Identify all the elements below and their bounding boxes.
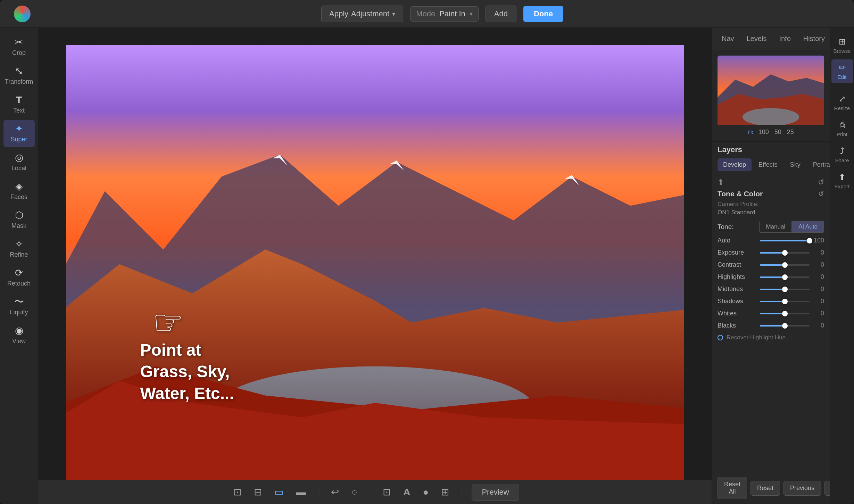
tool-super[interactable]: ✦ Super xyxy=(3,120,35,147)
zoom-fit[interactable]: Fit xyxy=(748,130,753,135)
recover-row: Recover Highlight Hue xyxy=(718,334,824,341)
text-icon: T xyxy=(16,95,22,105)
tone-header: Tone: Manual AI Auto xyxy=(718,221,824,233)
action-bar: Reset All Reset Previous Cancel Done xyxy=(712,472,830,504)
filmstrip-button[interactable]: ⊟ xyxy=(251,484,265,501)
whites-slider[interactable] xyxy=(760,313,810,314)
tool-transform[interactable]: ⤡ Transform xyxy=(3,62,35,90)
zoom-25[interactable]: 25 xyxy=(787,129,794,136)
tool-view[interactable]: ◉ View xyxy=(3,322,35,349)
share-tool[interactable]: ⤴ Share xyxy=(831,143,853,167)
tool-text[interactable]: T Text xyxy=(3,91,35,118)
blacks-thumb[interactable] xyxy=(782,323,788,329)
whites-thumb[interactable] xyxy=(782,311,788,316)
tab-effects[interactable]: Effects xyxy=(753,158,783,171)
previous-button[interactable]: Previous xyxy=(783,481,821,496)
tool-transform-label: Transform xyxy=(5,78,33,85)
highlights-value: 0 xyxy=(814,273,824,281)
undo-button[interactable]: ↩ xyxy=(328,484,342,501)
exposure-row: Exposure 0 xyxy=(718,249,824,256)
midtones-value: 0 xyxy=(814,286,824,293)
shadows-value: 0 xyxy=(814,298,824,305)
reset-layer-icon[interactable]: ↺ xyxy=(818,178,824,187)
tool-crop[interactable]: ✂ Crop xyxy=(3,33,35,61)
local-icon: ◎ xyxy=(15,153,23,163)
separator-line xyxy=(835,87,849,87)
export-layer-icon[interactable]: ⬆ xyxy=(718,178,724,187)
tool-mask[interactable]: ⬡ Mask xyxy=(3,206,35,234)
zoom-50[interactable]: 50 xyxy=(774,129,781,136)
shadows-label: Shadows xyxy=(718,298,756,305)
tool-refine-label: Refine xyxy=(10,251,28,258)
tool-liquify[interactable]: 〜 Liquify xyxy=(3,293,35,320)
browse-tool[interactable]: ⊞ Browse xyxy=(831,33,853,57)
liquify-icon: 〜 xyxy=(14,297,24,307)
selection-button[interactable]: ⊡ xyxy=(380,484,393,501)
far-right-strip: ⊞ Browse ✏ Edit ⤢ Resize ⎙ Print ⤴ Share… xyxy=(830,28,854,504)
layers-title: Layers xyxy=(718,145,824,154)
add-button[interactable]: Add xyxy=(486,6,516,22)
tone-color-reset-button[interactable]: ↺ xyxy=(818,190,824,198)
apply-adjustment-button[interactable]: Apply Adjustment xyxy=(321,6,403,22)
recover-toggle[interactable] xyxy=(718,335,723,340)
view-single-button[interactable]: ▭ xyxy=(272,484,286,501)
preview-button[interactable]: Preview xyxy=(472,484,519,501)
highlights-slider[interactable] xyxy=(760,276,810,278)
tab-info[interactable]: Info xyxy=(773,31,797,46)
blacks-slider[interactable] xyxy=(760,325,810,327)
expand-panel-button[interactable]: ⊡ xyxy=(231,484,244,501)
ai-auto-button[interactable]: AI Auto xyxy=(792,221,824,233)
main-area: ✂ Crop ⤡ Transform T Text ✦ Super ◎ Loca… xyxy=(0,28,854,504)
top-bar-center: Apply Adjustment Mode Paint In ▾ Add Don… xyxy=(44,6,840,22)
transform-icon: ⤡ xyxy=(15,66,23,76)
contrast-slider[interactable] xyxy=(760,264,810,266)
tab-history[interactable]: History xyxy=(797,31,830,46)
tool-refine[interactable]: ✧ Refine xyxy=(3,235,35,263)
auto-label: Auto xyxy=(718,237,756,244)
resize-tool[interactable]: ⤢ Resize xyxy=(831,91,853,115)
shadows-thumb[interactable] xyxy=(782,299,788,304)
circle-tool-button[interactable]: ○ xyxy=(349,484,360,501)
shadows-slider[interactable] xyxy=(760,301,810,302)
exposure-slider[interactable] xyxy=(760,252,810,254)
mask-icon: ⬡ xyxy=(15,210,23,220)
midtones-slider[interactable] xyxy=(760,289,810,290)
mode-label: Mode xyxy=(416,9,435,18)
auto-slider[interactable] xyxy=(760,240,810,241)
tool-faces-label: Faces xyxy=(10,193,27,201)
tone-color-title: Tone & Color ↺ xyxy=(718,190,824,198)
manual-button[interactable]: Manual xyxy=(759,221,792,233)
tab-sky[interactable]: Sky xyxy=(785,158,806,171)
export-tool[interactable]: ⬆ Export xyxy=(831,169,853,193)
cancel-button[interactable]: Cancel xyxy=(824,481,830,496)
tool-faces[interactable]: ◈ Faces xyxy=(3,177,35,205)
auto-fill xyxy=(760,240,810,241)
done-button[interactable]: Done xyxy=(523,6,563,22)
midtones-thumb[interactable] xyxy=(782,287,788,292)
resize-icon: ⤢ xyxy=(839,94,846,104)
shape-button[interactable]: ● xyxy=(420,484,431,501)
reset-button[interactable]: Reset xyxy=(751,481,780,496)
exposure-label: Exposure xyxy=(718,249,756,256)
faces-icon: ◈ xyxy=(15,182,23,191)
tab-portrait[interactable]: Portrait xyxy=(807,158,830,171)
tool-mask-label: Mask xyxy=(11,222,26,230)
section-icons-left: ⬆ xyxy=(718,178,724,187)
print-tool[interactable]: ⎙ Print xyxy=(831,117,853,141)
auto-thumb[interactable] xyxy=(807,238,812,243)
zoom-100[interactable]: 100 xyxy=(758,129,769,136)
highlights-thumb[interactable] xyxy=(782,274,788,280)
separator xyxy=(318,486,318,498)
layers-button[interactable]: ⊞ xyxy=(438,484,452,501)
view-compare-button[interactable]: ▬ xyxy=(293,484,308,501)
tool-retouch[interactable]: ⟳ Retouch xyxy=(3,264,35,291)
exposure-thumb[interactable] xyxy=(782,250,788,256)
text-bottom-button[interactable]: A xyxy=(400,484,413,501)
tab-develop[interactable]: Develop xyxy=(718,158,752,171)
edit-tool[interactable]: ✏ Edit xyxy=(831,59,853,83)
reset-all-button[interactable]: Reset All xyxy=(718,477,747,499)
tab-nav[interactable]: Nav xyxy=(715,31,740,46)
contrast-thumb[interactable] xyxy=(782,262,788,268)
tool-local[interactable]: ◎ Local xyxy=(3,149,35,176)
tab-levels[interactable]: Levels xyxy=(740,31,773,46)
